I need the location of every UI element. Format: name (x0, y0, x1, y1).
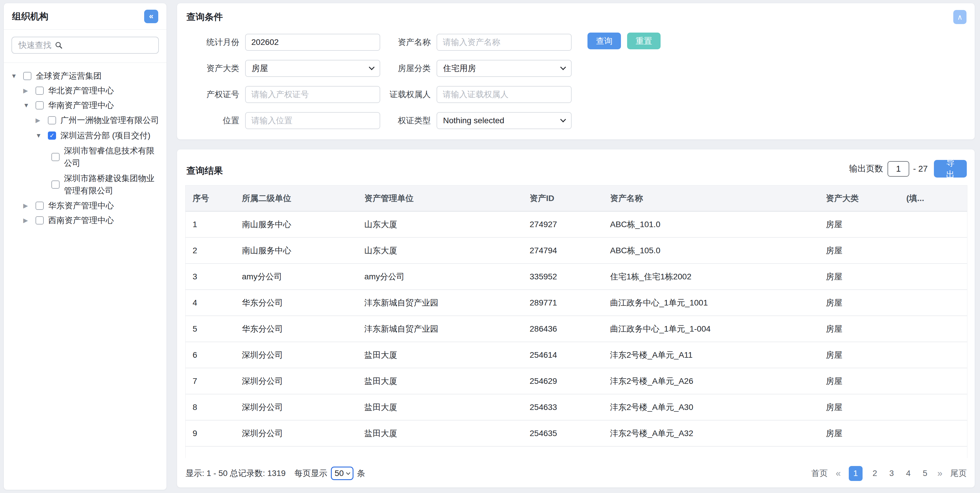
table-cell: 335952 (523, 264, 603, 289)
table-cell: 沣东2号楼_A单元_A11 (603, 342, 819, 368)
tree-item[interactable]: ▶西南资产管理中心 (4, 213, 167, 228)
pagination-first[interactable]: 首页 (811, 468, 828, 479)
house-category-select[interactable]: 住宅用房 (437, 60, 572, 77)
checkbox[interactable] (35, 216, 44, 224)
page-4[interactable]: 4 (904, 469, 913, 478)
tree-item[interactable]: 深圳市智睿信息技术有限公司 (4, 143, 167, 171)
sidebar-collapse-button[interactable]: « (144, 10, 158, 23)
form-field-cert-owner: 证载权属人 (380, 86, 572, 103)
selected-value: Nothing selected (443, 116, 504, 125)
table-cell: 9 (186, 420, 235, 446)
table-cell: 8 (186, 394, 235, 420)
sidebar-header: 组织机构 « (4, 3, 167, 30)
output-page-input[interactable] (888, 161, 909, 177)
checkbox[interactable] (51, 153, 60, 161)
tree-item-label: 广州一洲物业管理有限公司 (60, 114, 160, 126)
quick-search-input[interactable]: 快速查找 (11, 37, 159, 54)
checkbox[interactable] (51, 180, 60, 189)
column-header: 所属二级单位 (235, 186, 357, 211)
search-button[interactable]: 查询 (587, 33, 621, 49)
checkbox[interactable] (35, 101, 44, 110)
table-cell (899, 420, 967, 446)
output-pages-range: - 27 (913, 164, 928, 174)
tree-item[interactable]: ▼华南资产管理中心 (4, 98, 167, 113)
checkbox-checked[interactable]: ✓ (48, 132, 56, 140)
table-cell: 254614 (523, 342, 603, 368)
caret-right-icon[interactable]: ▶ (23, 84, 35, 97)
page-5[interactable]: 5 (921, 469, 929, 478)
column-header: 序号 (186, 186, 235, 211)
table-cell (899, 237, 967, 264)
results-footer: 显示: 1 - 50 总记录数: 1319 每页显示 50 条 首页 « 123… (186, 465, 967, 482)
table-cell: 房屋 (819, 237, 899, 264)
stat-month-input[interactable] (245, 34, 380, 51)
pagination-next-icon[interactable]: » (937, 468, 942, 479)
chevron-down-icon (560, 64, 566, 70)
table-cell: 房屋 (819, 420, 899, 446)
cert-type-select[interactable]: Nothing selected (437, 112, 572, 129)
page-2[interactable]: 2 (870, 469, 879, 478)
asset-category-select[interactable]: 房屋 (245, 60, 380, 77)
caret-right-icon[interactable]: ▶ (35, 114, 48, 126)
query-form-actions: 查询 重置 (587, 33, 660, 49)
table-row: 2南山服务中心山东大厦274794ABC栋_105.0房屋 (186, 237, 967, 264)
table-cell (819, 446, 899, 458)
table-cell: 华东分公司 (235, 289, 357, 316)
caret-right-icon[interactable]: ▶ (23, 214, 35, 227)
cert-owner-input[interactable] (437, 86, 572, 103)
query-results-title: 查询结果 (186, 165, 223, 177)
tree-item[interactable]: ▼✓深圳运营分部 (项目交付) (4, 128, 167, 143)
tree-item-label: 华东资产管理中心 (48, 200, 160, 212)
tree-item-label: 华北资产管理中心 (48, 84, 160, 97)
table-row-empty (186, 446, 967, 458)
table-cell: 房屋 (819, 264, 899, 289)
tree-item[interactable]: ▶广州一洲物业管理有限公司 (4, 113, 167, 128)
caret-down-icon[interactable]: ▼ (23, 99, 35, 111)
table-cell: 4 (186, 289, 235, 316)
table-cell: 2 (186, 237, 235, 264)
field-label: 权证类型 (380, 115, 431, 126)
field-label: 资产名称 (380, 37, 431, 48)
checkbox[interactable] (48, 116, 56, 124)
tree-item[interactable]: 深圳市路桥建设集团物业管理有限公司 (4, 171, 167, 198)
column-header: 资产管理单位 (357, 186, 523, 211)
per-page-select[interactable]: 50 (331, 467, 353, 480)
form-field-asset-category: 资产大类房屋 (189, 60, 380, 77)
table-cell: 住宅1栋_住宅1栋2002 (603, 264, 819, 289)
caret-right-icon[interactable]: ▶ (23, 200, 35, 212)
asset-name-input[interactable] (437, 34, 572, 51)
query-conditions-title: 查询条件 (186, 11, 223, 23)
checkbox[interactable] (35, 87, 44, 95)
records-summary-area: 显示: 1 - 50 总记录数: 1319 每页显示 50 条 (186, 467, 365, 480)
table-cell: 盐田大厦 (357, 342, 523, 368)
checkbox[interactable] (35, 202, 44, 210)
field-label: 证载权属人 (380, 89, 431, 100)
pagination: 首页 « 12345 » 尾页 (811, 466, 967, 481)
table-cell (235, 446, 357, 458)
table-cell: 华东分公司 (235, 316, 357, 342)
panel-collapse-button[interactable]: ∧ (953, 10, 967, 24)
export-button[interactable]: 导出 (934, 160, 967, 178)
tree-item[interactable]: ▶华东资产管理中心 (4, 198, 167, 213)
table-cell: 沣东2号楼_A单元_A26 (603, 368, 819, 394)
table-body: 1南山服务中心山东大厦274927ABC栋_101.0房屋2南山服务中心山东大厦… (186, 211, 967, 458)
property-cert-no-input[interactable] (245, 86, 380, 103)
page-3[interactable]: 3 (887, 469, 896, 478)
reset-button[interactable]: 重置 (627, 33, 660, 49)
location-input[interactable] (245, 112, 380, 129)
pagination-last[interactable]: 尾页 (950, 468, 967, 479)
table-cell (899, 446, 967, 458)
tree-item[interactable]: ▼全球资产运营集团 (4, 69, 167, 83)
page-1[interactable]: 1 (849, 466, 862, 481)
table-cell: amy分公司 (235, 264, 357, 289)
checkbox[interactable] (23, 72, 32, 80)
tree-item[interactable]: ▶华北资产管理中心 (4, 83, 167, 98)
pagination-prev-icon[interactable]: « (836, 468, 841, 479)
per-page-value: 50 (335, 469, 344, 478)
caret-down-icon[interactable]: ▼ (35, 129, 48, 142)
table-row: 6深圳分公司盐田大厦254614沣东2号楼_A单元_A11房屋 (186, 342, 967, 368)
table-cell: 286436 (523, 316, 603, 342)
pagination-pages: 12345 (849, 466, 929, 481)
caret-down-icon[interactable]: ▼ (11, 70, 23, 82)
table-header-row: 序号所属二级单位资产管理单位资产ID资产名称资产大类(填... (186, 186, 967, 211)
